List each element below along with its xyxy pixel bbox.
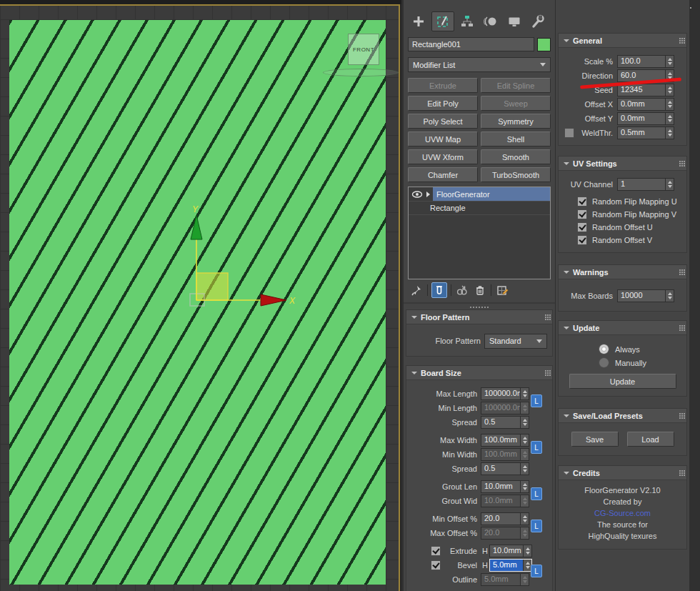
rollout-general-header[interactable]: General: [559, 34, 686, 48]
tab-utilities[interactable]: [527, 12, 549, 31]
grout-wid-field[interactable]: 10.0mm: [481, 495, 529, 507]
load-button[interactable]: Load: [627, 432, 674, 447]
spinner[interactable]: [520, 495, 529, 507]
spinner[interactable]: [520, 449, 529, 460]
weld-threshold-field[interactable]: 0.5mm: [617, 126, 674, 139]
symmetry-button[interactable]: Symmetry: [481, 114, 551, 129]
rollout-splitter-grip[interactable]: [470, 307, 489, 308]
tab-hierarchy[interactable]: [456, 12, 478, 31]
make-unique-icon[interactable]: [455, 283, 469, 297]
modifier-stack-item-rectangle[interactable]: Rectangle: [409, 202, 550, 215]
tab-modify[interactable]: [431, 11, 454, 31]
lock-length-button[interactable]: L: [531, 394, 542, 407]
uvw-xform-button[interactable]: UVW Xform: [408, 149, 478, 164]
lock-grout-button[interactable]: L: [531, 487, 542, 500]
poly-select-button[interactable]: Poly Select: [408, 114, 478, 129]
spinner[interactable]: [665, 290, 674, 302]
lock-offset-button[interactable]: L: [531, 520, 542, 532]
random-offset-u-checkbox[interactable]: [577, 222, 587, 232]
update-button[interactable]: Update: [569, 374, 676, 389]
edit-poly-button[interactable]: Edit Poly: [408, 96, 478, 111]
gizmo-x-arrowhead[interactable]: [261, 294, 286, 306]
tab-motion[interactable]: [480, 12, 501, 31]
length-spread-field[interactable]: 0.5: [481, 416, 529, 429]
width-spread-field[interactable]: 0.5: [481, 462, 529, 475]
extrude-checkbox[interactable]: [431, 546, 441, 556]
expand-arrow-icon[interactable]: [426, 192, 430, 197]
uv-channel-field[interactable]: 1: [617, 178, 674, 191]
rollout-floor-pattern-header[interactable]: Floor Pattern: [406, 310, 552, 324]
modifier-stack-item-floorgenerator[interactable]: FloorGenerator: [409, 187, 550, 202]
tab-create[interactable]: [408, 12, 429, 31]
remove-modifier-icon[interactable]: [473, 283, 487, 297]
spinner[interactable]: [665, 179, 674, 190]
configure-modifier-sets-icon[interactable]: [495, 283, 509, 297]
random-flip-u-checkbox[interactable]: [577, 197, 587, 207]
spinner[interactable]: [520, 513, 529, 525]
extrude-button[interactable]: Extrude: [408, 78, 478, 93]
show-end-result-icon[interactable]: [431, 282, 447, 298]
pin-stack-icon[interactable]: [409, 283, 424, 297]
update-manually-option[interactable]: Manually: [599, 357, 684, 368]
extrude-height-field[interactable]: 10.0mm: [489, 545, 532, 557]
shell-button[interactable]: Shell: [481, 131, 551, 146]
max-offset-field[interactable]: 20.0: [481, 527, 529, 540]
outline-field[interactable]: 5.0mm: [481, 573, 529, 586]
grout-len-field[interactable]: 10.0mm: [481, 480, 529, 493]
rollout-uv-settings-header[interactable]: UV Settings: [559, 157, 686, 171]
random-flip-v-checkbox[interactable]: [577, 209, 587, 219]
move-gizmo[interactable]: Y X: [175, 204, 302, 314]
spinner[interactable]: [665, 99, 674, 110]
min-offset-field[interactable]: 20.0: [481, 512, 529, 525]
viewport-front[interactable]: FRONT Y X: [0, 0, 401, 591]
rollout-warnings-header[interactable]: Warnings: [559, 265, 686, 279]
tab-display[interactable]: [504, 12, 525, 31]
max-boards-field[interactable]: 10000: [617, 289, 674, 302]
random-offset-v-checkbox[interactable]: [577, 235, 587, 245]
offset-x-field[interactable]: 0.0mm: [617, 98, 674, 111]
rollout-update-header[interactable]: Update: [559, 321, 686, 335]
scale-field[interactable]: 100.0: [617, 55, 674, 68]
spinner[interactable]: [520, 402, 529, 414]
lock-width-button[interactable]: L: [531, 441, 542, 454]
min-width-field[interactable]: 100.0mm: [481, 448, 529, 461]
radio-icon[interactable]: [599, 357, 609, 368]
spinner[interactable]: [523, 545, 531, 557]
rollout-presets-header[interactable]: Save/Load Presets: [559, 409, 686, 423]
gizmo-xy-plane-handle[interactable]: [196, 273, 228, 300]
spinner[interactable]: [665, 127, 674, 139]
spinner[interactable]: [665, 84, 674, 96]
rollout-credits-header[interactable]: Credits: [559, 466, 686, 480]
spinner[interactable]: [665, 113, 674, 124]
max-length-field[interactable]: 100000.0mm: [481, 387, 529, 400]
bevel-checkbox[interactable]: [431, 560, 441, 570]
chamfer-button[interactable]: Chamfer: [408, 167, 478, 182]
seed-field[interactable]: 12345: [617, 84, 674, 96]
spinner[interactable]: [520, 417, 529, 428]
weld-threshold-checkbox[interactable]: [564, 128, 574, 138]
sweep-button[interactable]: Sweep: [481, 96, 551, 111]
spinner[interactable]: [520, 574, 529, 585]
spinner[interactable]: [520, 481, 529, 492]
update-always-option[interactable]: Always: [599, 344, 684, 354]
floor-pattern-dropdown[interactable]: Standard: [484, 334, 547, 349]
rollout-board-size-header[interactable]: Board Size: [406, 366, 552, 380]
spinner[interactable]: [520, 388, 529, 399]
spinner[interactable]: [520, 434, 529, 446]
save-button[interactable]: Save: [571, 432, 619, 447]
object-color-swatch[interactable]: [537, 38, 551, 51]
edit-spline-button[interactable]: Edit Spline: [481, 78, 551, 93]
spinner[interactable]: [520, 463, 529, 475]
object-name-field[interactable]: Rectangle001: [408, 37, 534, 51]
credits-link[interactable]: CG-Source.com: [559, 507, 686, 519]
viewcube-compass-ring[interactable]: [323, 69, 399, 76]
turbosmooth-button[interactable]: TurboSmooth: [481, 167, 551, 182]
bevel-height-field[interactable]: 5.0mm: [489, 559, 532, 572]
spinner[interactable]: [520, 527, 529, 539]
visibility-eye-icon[interactable]: [411, 189, 424, 199]
offset-y-field[interactable]: 0.0mm: [617, 112, 674, 125]
modifier-list-dropdown[interactable]: Modifier List: [408, 57, 551, 72]
spinner[interactable]: [665, 56, 674, 67]
smooth-button[interactable]: Smooth: [481, 149, 551, 164]
gizmo-y-arrowhead[interactable]: [191, 215, 202, 239]
